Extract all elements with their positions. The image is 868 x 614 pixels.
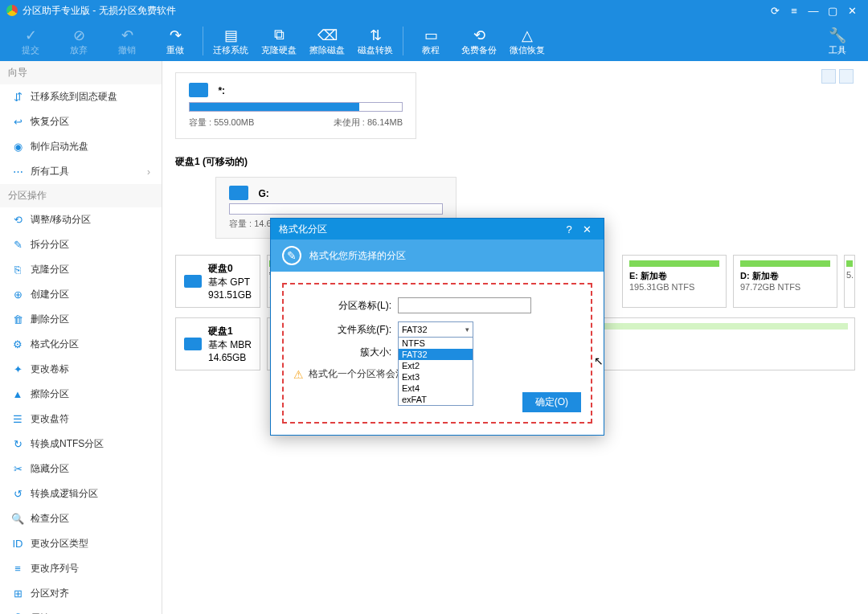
clone-button[interactable]: ⧉克隆硬盘 [255, 27, 303, 56]
filesystem-option[interactable]: NTFS [399, 338, 473, 349]
discard-button: ⊘放弃 [55, 27, 103, 56]
disk-card-1[interactable]: 硬盘1 基本 MBR 14.65GB [175, 317, 260, 370]
sidebar-item[interactable]: ◉制作启动光盘 [0, 134, 162, 159]
sidebar-icon: ⋯ [11, 166, 24, 178]
partition-5[interactable]: 5. [844, 255, 855, 308]
cluster-label: 簇大小: [293, 346, 398, 359]
sidebar-item[interactable]: ⋯所有工具› [0, 159, 162, 184]
close-icon[interactable]: ✕ [842, 5, 862, 17]
volume-label-input[interactable] [398, 297, 531, 313]
sidebar-item[interactable]: ✂隐藏分区 [0, 456, 162, 481]
disk-icon [184, 338, 202, 350]
filesystem-dropdown: NTFSFAT32Ext2Ext3Ext4exFAT [398, 337, 473, 406]
sidebar-item[interactable]: ✦更改卷标 [0, 357, 162, 382]
wizard-header: 向导 [0, 61, 162, 84]
sidebar-icon: ✎ [11, 239, 24, 252]
refresh-icon[interactable]: ⟳ [765, 5, 784, 17]
backup-button[interactable]: ⟲免费备份 [455, 27, 503, 56]
sidebar-icon: ⎘ [11, 264, 24, 276]
help-icon[interactable]: ? [560, 223, 578, 235]
sidebar-icon: ⊞ [11, 587, 24, 600]
view-list-icon[interactable] [839, 69, 854, 84]
disk-card-0[interactable]: 硬盘0 基本 GPT 931.51GB [175, 255, 260, 308]
filesystem-option[interactable]: FAT32 [399, 349, 473, 360]
sidebar-item[interactable]: ▲擦除分区 [0, 382, 162, 407]
sidebar-item[interactable]: ↻转换成NTFS分区 [0, 432, 162, 456]
sidebar-item[interactable]: ⊞分区对齐 [0, 581, 162, 606]
filesystem-select[interactable]: FAT32▾ ↖ [398, 321, 473, 338]
sidebar-item[interactable]: ⇵迁移系统到固态硬盘 [0, 84, 162, 109]
sidebar-item[interactable]: ⚙格式化分区 [0, 332, 162, 357]
disk1-header: 硬盘1 (可移动的) [175, 155, 855, 169]
filesystem-option[interactable]: Ext3 [399, 371, 473, 383]
usage-bar [189, 102, 403, 112]
sidebar-icon: 🗑 [11, 313, 24, 326]
disk-icon [189, 83, 208, 97]
sidebar-item[interactable]: ✎拆分分区 [0, 232, 162, 257]
sidebar-icon: ↻ [11, 438, 24, 451]
partition-e[interactable]: E: 新加卷 195.31GB NTFS [622, 255, 727, 308]
disk-summary-0[interactable]: *: 容量 : 559.00MB 未使用 : 86.14MB [175, 72, 416, 139]
redo-button[interactable]: ↷重做 [151, 27, 199, 56]
sidebar-icon: ▲ [11, 388, 24, 401]
sidebar-item[interactable]: ⎘克隆分区 [0, 257, 162, 282]
disk-icon [184, 275, 202, 288]
dialog-close-icon[interactable]: ✕ [578, 223, 596, 235]
volume-label-label: 分区卷标(L): [293, 299, 398, 313]
ops-header: 分区操作 [0, 184, 162, 207]
sidebar-item[interactable]: 🔍检查分区 [0, 506, 162, 531]
filesystem-option[interactable]: exFAT [399, 394, 473, 405]
sidebar-item[interactable]: ☰更改盘符 [0, 407, 162, 432]
sidebar-item[interactable]: ⟲调整/移动分区 [0, 207, 162, 232]
sidebar-item[interactable]: ⊕创建分区 [0, 282, 162, 307]
sidebar-icon: ✂ [11, 463, 24, 476]
sidebar-icon: ≡ [11, 563, 24, 575]
sidebar-icon: ⟲ [11, 214, 24, 227]
filesystem-option[interactable]: Ext2 [399, 360, 473, 371]
sidebar: 向导 ⇵迁移系统到固态硬盘↩恢复分区◉制作启动光盘⋯所有工具› 分区操作 ⟲调整… [0, 61, 162, 614]
tutorial-button[interactable]: ▭教程 [407, 27, 455, 56]
sidebar-item[interactable]: ↩恢复分区 [0, 109, 162, 134]
minimize-icon[interactable]: — [804, 5, 823, 17]
format-dialog: 格式化分区 ? ✕ ✎ 格式化您所选择的分区 分区卷标(L): 文件系统(F):… [270, 218, 604, 436]
maximize-icon[interactable]: ▢ [823, 5, 842, 17]
sidebar-icon: ✦ [11, 363, 24, 376]
app-logo-icon [6, 5, 18, 16]
warning-icon: ⚠ [293, 368, 304, 381]
titlebar: 分区助手专业版 - 无损分区免费软件 ⟳ ≡ — ▢ ✕ [0, 0, 868, 21]
sidebar-item[interactable]: ≡更改序列号 [0, 556, 162, 581]
sidebar-icon: ↩ [11, 116, 24, 129]
wechat-button[interactable]: △微信恢复 [503, 27, 551, 56]
dialog-banner: ✎ 格式化您所选择的分区 [271, 239, 604, 272]
sidebar-icon: ⇵ [11, 91, 24, 104]
chevron-down-icon: ▾ [465, 325, 469, 334]
sidebar-icon: 🔍 [11, 513, 24, 526]
sidebar-icon: ◉ [11, 141, 24, 154]
sidebar-icon: ☰ [11, 413, 24, 426]
erase-button[interactable]: ⌫擦除磁盘 [303, 27, 351, 56]
sidebar-item[interactable]: ID更改分区类型 [0, 531, 162, 556]
undo-button: ↶撤销 [103, 27, 151, 56]
usage-bar [229, 203, 443, 215]
migrate-button[interactable]: ▤迁移系统 [207, 27, 255, 56]
sidebar-icon: ⊕ [11, 289, 24, 301]
sidebar-item[interactable]: ↺转换成逻辑分区 [0, 481, 162, 506]
filesystem-option[interactable]: Ext4 [399, 383, 473, 394]
ok-button[interactable]: 确定(O) [522, 392, 581, 412]
partition-d[interactable]: D: 新加卷 97.72GB NTFS [733, 255, 837, 308]
sidebar-icon: ID [11, 538, 24, 551]
menu-icon[interactable]: ≡ [784, 5, 804, 17]
format-icon: ✎ [282, 246, 301, 265]
chevron-right-icon: › [147, 166, 150, 178]
tools-button[interactable]: 🔧工具 [813, 27, 862, 56]
sidebar-item[interactable]: 🗑删除分区 [0, 307, 162, 332]
filesystem-label: 文件系统(F): [293, 323, 398, 337]
cursor-icon: ↖ [594, 354, 604, 367]
dialog-titlebar[interactable]: 格式化分区 ? ✕ [271, 219, 604, 239]
sidebar-icon: ↺ [11, 488, 24, 501]
sidebar-icon: ⚙ [11, 338, 24, 351]
sidebar-item[interactable]: ⓘ属性 [0, 606, 162, 614]
view-grid-icon[interactable] [821, 69, 836, 84]
window-title: 分区助手专业版 - 无损分区免费软件 [23, 4, 765, 18]
convert-button[interactable]: ⇅磁盘转换 [351, 27, 399, 56]
